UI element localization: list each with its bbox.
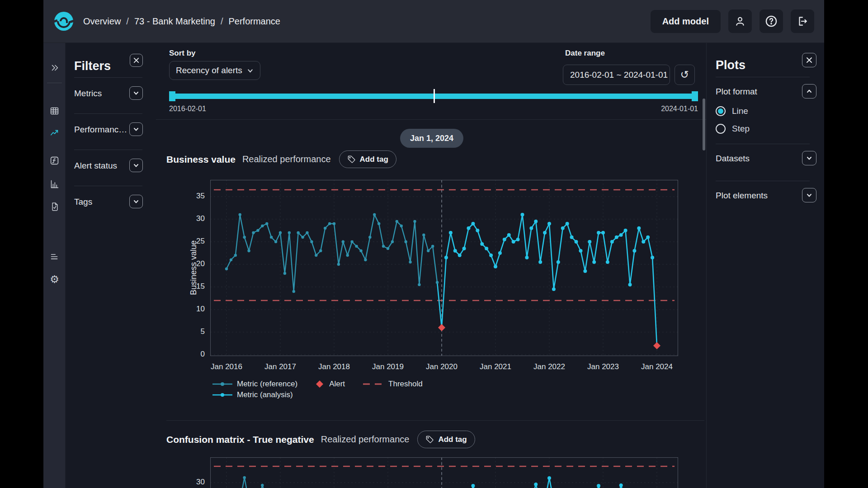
plot-elements-section-label: Plot elements: [716, 191, 768, 201]
add-tag-button[interactable]: Add tag: [339, 150, 396, 168]
breadcrumb-performance: Performance: [228, 16, 280, 27]
add-tag-label: Add tag: [360, 155, 388, 164]
date-marker-badge: Jan 1, 2024: [400, 129, 463, 148]
filters-close-button[interactable]: [130, 54, 143, 67]
x-tick-label: Jan 2023: [583, 362, 623, 371]
performance-expand-button[interactable]: [129, 122, 143, 136]
chevrons-right-icon: [50, 63, 60, 73]
history-reset-icon: ↺: [680, 69, 689, 81]
tags-expand-button[interactable]: [129, 195, 143, 208]
legend-reference-label: Metric (reference): [237, 380, 297, 389]
breadcrumb-overview[interactable]: Overview: [83, 16, 121, 27]
y-tick-label: 15: [182, 282, 205, 291]
y-tick-label: 20: [182, 259, 205, 268]
app-logo-icon[interactable]: [53, 11, 74, 32]
confusion-matrix-chart[interactable]: [210, 457, 678, 488]
threshold-swatch: [363, 382, 383, 386]
radio-step: [716, 124, 726, 134]
breadcrumb-model[interactable]: 73 - Bank Marketing: [134, 16, 215, 27]
datasets-section-label: Datasets: [716, 154, 750, 164]
help-icon: [765, 15, 778, 28]
rail-divider: [47, 83, 62, 83]
radio-line-label: Line: [732, 106, 748, 116]
chevron-down-icon: [133, 162, 139, 169]
table-icon: [50, 106, 59, 116]
filter-section-alert-status: Alert status: [74, 161, 117, 171]
reference-line-swatch: [212, 381, 232, 387]
legend-row-1: Metric (reference) Alert Threshold: [212, 380, 423, 389]
plots-close-button[interactable]: [802, 53, 816, 67]
sort-by-label: Sort by: [169, 49, 196, 58]
legend-analysis-label: Metric (analysis): [237, 390, 293, 399]
date-range-input[interactable]: 2016-02-01 ~ 2024-01-01: [563, 65, 670, 85]
legend-row-2: Metric (analysis): [212, 390, 293, 399]
confusion-matrix-plot: [210, 457, 678, 488]
chart-subtitle: Realized performance: [242, 154, 331, 164]
help-button[interactable]: [760, 9, 783, 33]
tag-icon: [425, 435, 434, 444]
rail-item-data[interactable]: [43, 104, 66, 117]
date-slider-marker[interactable]: [434, 89, 435, 103]
rail-item-distribution[interactable]: [43, 177, 66, 191]
icon-rail: ⚙: [43, 43, 66, 488]
sort-by-select[interactable]: Recency of alerts: [169, 61, 260, 80]
y-tick-label: 30: [182, 478, 205, 487]
chevron-down-icon: [247, 67, 254, 74]
divider: [166, 420, 704, 421]
chevron-down-icon: [133, 126, 139, 132]
chart-title: Confusion matrix - True negative: [166, 434, 314, 445]
filters-panel: Filters Metrics Performanc… Alert status…: [66, 43, 156, 488]
rail-item-performance[interactable]: [43, 127, 66, 140]
bar-chart-icon: [50, 179, 59, 189]
filters-title: Filters: [74, 59, 111, 73]
legend-threshold-label: Threshold: [388, 380, 423, 389]
close-icon: [133, 57, 139, 63]
y-tick-label: 10: [182, 305, 205, 314]
business-value-plot: [210, 180, 678, 356]
divider: [74, 150, 142, 150]
date-slider-handle-start[interactable]: [169, 91, 175, 101]
navbar-actions: Add model: [651, 9, 814, 33]
tag-icon: [347, 155, 356, 164]
chevron-up-icon: [806, 88, 812, 94]
logout-button[interactable]: [791, 9, 814, 33]
slider-end-label: 2024-01-01: [653, 105, 698, 113]
chevron-down-icon: [806, 155, 812, 161]
divider: [716, 144, 810, 144]
expand-sidebar-button[interactable]: [43, 61, 66, 75]
add-model-button[interactable]: Add model: [651, 10, 721, 33]
datasets-expand-button[interactable]: [802, 151, 816, 165]
vertical-scrollbar[interactable]: [703, 99, 705, 150]
radio-line: [716, 106, 726, 116]
y-tick-label: 5: [182, 327, 205, 336]
breadcrumb-separator: /: [126, 16, 129, 27]
business-value-chart[interactable]: [210, 180, 678, 356]
plot-format-option-line[interactable]: Line: [716, 106, 748, 116]
add-tag-button[interactable]: Add tag: [417, 431, 475, 448]
analysis-line-swatch: [212, 392, 232, 398]
rail-item-report[interactable]: [43, 200, 66, 213]
add-tag-label: Add tag: [438, 435, 467, 444]
screen: Overview / 73 - Bank Marketing / Perform…: [0, 0, 868, 488]
plot-format-collapse-button[interactable]: [802, 84, 816, 99]
y-tick-label: 30: [182, 214, 205, 223]
date-reset-button[interactable]: ↺: [675, 65, 695, 85]
chevron-down-icon: [133, 198, 139, 205]
rail-item-logs[interactable]: [43, 250, 66, 263]
date-range-label: Date range: [565, 49, 605, 58]
rail-item-settings[interactable]: ⚙: [43, 272, 66, 286]
slider-start-label: 2016-02-01: [169, 105, 206, 113]
date-slider-handle-end[interactable]: [692, 91, 698, 101]
rail-item-function[interactable]: [43, 154, 66, 167]
y-tick-label: 0: [182, 350, 205, 359]
gear-icon: ⚙: [50, 274, 59, 285]
plot-format-option-step[interactable]: Step: [716, 124, 750, 134]
divider: [74, 77, 142, 78]
chevron-down-icon: [133, 90, 139, 96]
metrics-expand-button[interactable]: [129, 86, 143, 100]
chart-subtitle: Realized performance: [321, 434, 410, 445]
alert-diamond-swatch: [316, 380, 324, 388]
plot-elements-expand-button[interactable]: [802, 188, 816, 202]
user-button[interactable]: [728, 9, 752, 33]
alert-status-expand-button[interactable]: [129, 159, 143, 172]
